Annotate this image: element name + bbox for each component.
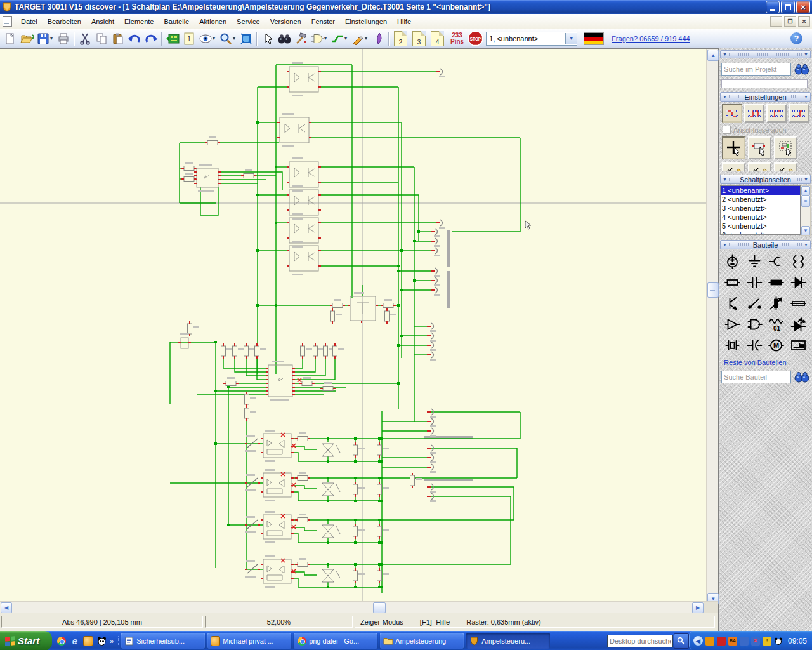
part-icon-dc-source[interactable] <box>723 254 742 269</box>
mdi-minimize-button[interactable]: — <box>770 16 782 27</box>
junction[interactable] <box>354 541 357 544</box>
resistor[interactable] <box>298 476 308 481</box>
junction[interactable] <box>417 230 420 233</box>
menu-fenster[interactable]: Fenster <box>306 16 340 27</box>
part-label[interactable] <box>354 292 364 294</box>
junction[interactable] <box>354 477 357 479</box>
part-label[interactable] <box>185 173 193 175</box>
tray-net-icon[interactable] <box>740 637 749 646</box>
part-label[interactable] <box>306 348 312 350</box>
menu-ansicht[interactable]: Ansicht <box>86 16 119 27</box>
junction[interactable] <box>413 279 416 282</box>
part-icon-resistor-smd[interactable] <box>767 275 787 290</box>
part-icon-switch[interactable] <box>745 296 764 311</box>
junction[interactable] <box>397 265 400 267</box>
draw-tool-3-button[interactable] <box>774 162 797 171</box>
part-label[interactable] <box>185 162 193 164</box>
crosshair-cursor-button[interactable] <box>722 136 745 159</box>
junction[interactable] <box>227 386 230 388</box>
bus-bar[interactable] <box>424 479 473 481</box>
resistor[interactable] <box>385 311 390 321</box>
part-label[interactable] <box>430 340 436 342</box>
resistor[interactable] <box>377 484 382 494</box>
part-label[interactable] <box>292 274 303 275</box>
rest-of-parts-link[interactable]: Reste von Bauteilen <box>724 359 812 366</box>
part-label[interactable] <box>265 500 275 501</box>
scroll-left-button[interactable]: ◀ <box>1 602 12 613</box>
part-label[interactable] <box>292 213 303 215</box>
junction[interactable] <box>227 524 230 526</box>
schematic-canvas[interactable]: ▲ ▼ <box>0 48 718 601</box>
part-label[interactable] <box>434 235 440 237</box>
junction[interactable] <box>381 519 383 521</box>
part-label[interactable] <box>250 411 256 413</box>
part-label[interactable] <box>358 448 365 449</box>
part-label[interactable] <box>282 113 294 115</box>
part-search-input[interactable] <box>721 371 791 383</box>
desktop-search-input[interactable] <box>607 635 673 647</box>
part-label[interactable] <box>383 448 389 449</box>
close-button[interactable]: ✕ <box>796 1 810 13</box>
pages-scroll-down[interactable]: ▼ <box>801 226 810 235</box>
part-label[interactable] <box>209 136 216 138</box>
junction[interactable] <box>397 304 400 307</box>
resistor[interactable] <box>332 303 343 308</box>
resistor[interactable] <box>313 346 318 356</box>
part-label[interactable] <box>265 511 275 513</box>
part-label[interactable] <box>193 326 199 328</box>
resistor[interactable] <box>245 394 249 404</box>
language-flag-icon[interactable] <box>584 32 604 45</box>
resistor[interactable] <box>207 141 218 145</box>
junction[interactable] <box>378 586 381 588</box>
junction[interactable] <box>327 541 329 544</box>
resistor[interactable] <box>298 437 308 441</box>
project-search-input[interactable] <box>721 63 791 76</box>
draw-wire-button[interactable] <box>329 30 346 47</box>
schematic-pages-list[interactable]: 1 <unbenannt>2 <unbenutzt>3 <unbenutzt>4… <box>720 185 801 235</box>
switch-to-pcb-button[interactable] <box>164 30 181 47</box>
part-icon-transformer[interactable] <box>789 254 808 269</box>
quicklaunch-chrome-icon[interactable] <box>56 636 67 646</box>
junction[interactable] <box>275 304 277 307</box>
resistor[interactable] <box>333 346 337 356</box>
junction[interactable] <box>354 500 357 502</box>
resistor[interactable] <box>184 166 194 171</box>
part-label[interactable] <box>299 558 306 560</box>
resistor[interactable] <box>377 445 382 455</box>
scroll-right-button[interactable]: ▶ <box>692 602 704 613</box>
start-button[interactable]: Start <box>0 631 52 650</box>
part-label[interactable] <box>383 487 389 489</box>
part-label[interactable] <box>292 157 303 159</box>
open-project-button[interactable] <box>18 30 35 47</box>
draw-pen-button[interactable] <box>350 30 366 47</box>
menu-aktionen[interactable]: Aktionen <box>194 16 232 27</box>
quicklaunch-overflow-chevron[interactable]: » <box>110 637 114 645</box>
bus-bar[interactable] <box>447 271 450 308</box>
part-label[interactable] <box>430 500 436 502</box>
junction[interactable] <box>400 335 403 337</box>
zoom-fit-button[interactable] <box>238 30 254 47</box>
junction[interactable] <box>400 289 403 291</box>
resistor[interactable] <box>298 518 308 522</box>
part-label[interactable] <box>430 435 436 437</box>
wire-mode-2-button[interactable] <box>744 104 764 123</box>
part-label[interactable] <box>265 469 275 471</box>
horizontal-scroll-thumb[interactable] <box>373 602 386 613</box>
part-label[interactable] <box>434 245 440 247</box>
pages-scroll-thumb[interactable]: ≡ <box>801 196 810 207</box>
part-label[interactable] <box>292 62 303 64</box>
junction[interactable] <box>327 586 329 588</box>
part-label[interactable] <box>292 185 303 187</box>
part-label[interactable] <box>198 190 214 192</box>
resistor[interactable] <box>245 408 249 418</box>
taskbar-task-1[interactable]: Sicherheitsüb... <box>121 633 205 649</box>
bus-bar[interactable] <box>447 230 450 267</box>
pointer-mode-button[interactable] <box>259 30 276 47</box>
page-4-button[interactable]: 4 <box>431 31 444 46</box>
schematic-page-item-5[interactable]: 5 <unbenutzt> <box>721 222 800 230</box>
junction[interactable] <box>378 477 381 479</box>
part-label[interactable] <box>434 294 440 296</box>
resistor[interactable] <box>188 324 192 334</box>
part-icon-varistor[interactable] <box>767 296 787 311</box>
junction[interactable] <box>327 460 329 463</box>
